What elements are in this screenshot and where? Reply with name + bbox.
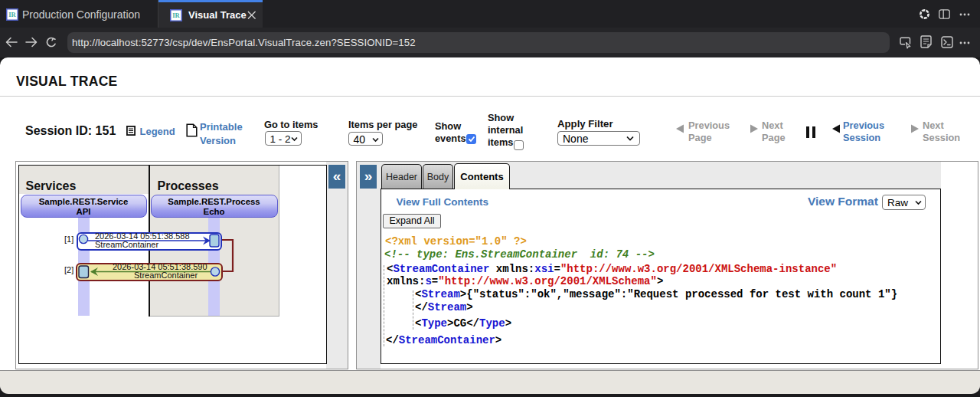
svg-text:IR: IR [172,11,180,19]
svg-text:IR: IR [8,11,16,18]
